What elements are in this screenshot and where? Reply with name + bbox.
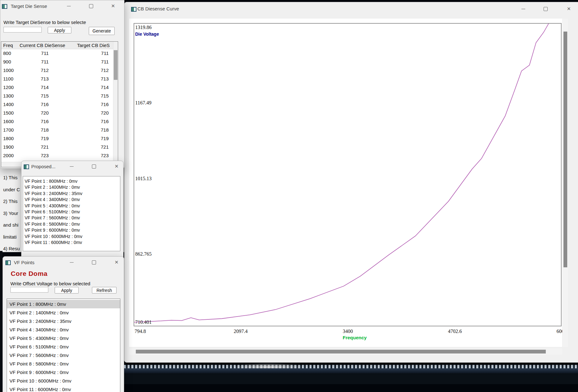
table-row[interactable]: 1400716716: [1, 100, 118, 109]
x-tick-label: 4702.6: [448, 329, 462, 334]
list-item[interactable]: VF Point 11 : 6000MHz : 0mv: [23, 240, 120, 246]
table-cell: 712: [20, 66, 49, 74]
table-vertical-scrollbar-thumb[interactable]: [114, 50, 117, 80]
table-cell: 712: [61, 66, 109, 74]
list-item[interactable]: VF Point 2 : 1400MHz : 0mv: [23, 184, 120, 190]
close-button[interactable]: [111, 258, 122, 266]
chart-horizontal-scrollbar-thumb[interactable]: [136, 350, 546, 353]
list-item[interactable]: VF Point 4 : 3400MHz : 0mv: [23, 197, 120, 203]
list-item[interactable]: VF Point 2 : 1400MHz : 0mv: [7, 308, 120, 317]
list-item[interactable]: VF Point 6 : 5100MHz : 0mv: [23, 209, 120, 215]
chart-vertical-scrollbar[interactable]: [563, 19, 568, 347]
list-item[interactable]: VF Point 10 : 6000MHz : 0mv: [23, 234, 120, 240]
column-header[interactable]: Current CB DieSense: [20, 43, 65, 48]
notes-text-line: 2) This: [3, 199, 18, 204]
vf-window-title: VF Points: [14, 260, 34, 265]
table-row[interactable]: 1600716716: [1, 117, 118, 126]
table-row[interactable]: 1300715715: [1, 92, 118, 100]
generate-button[interactable]: Generate: [89, 27, 115, 35]
table-cell: 723: [61, 151, 109, 160]
table-cell: 716: [61, 117, 109, 126]
table-row[interactable]: 2000723723: [1, 151, 118, 160]
table-row[interactable]: 1100713713: [1, 74, 118, 83]
list-item[interactable]: VF Point 7 : 5600MHz : 0mv: [7, 351, 120, 359]
minimize-button[interactable]: [63, 2, 74, 10]
table-row[interactable]: 1900721721: [1, 143, 118, 151]
table-cell: 720: [20, 109, 49, 117]
table-row[interactable]: 1500720720: [1, 109, 118, 117]
table-row[interactable]: 1800719719: [1, 134, 118, 143]
list-item[interactable]: VF Point 4 : 3400MHz : 0mv: [7, 325, 120, 334]
list-item[interactable]: VF Point 11 : 6000MHz : 0mv: [7, 385, 120, 392]
table-cell: 2000: [3, 151, 14, 160]
y-tick-label: 1015.13: [135, 176, 152, 181]
table-cell: 714: [61, 83, 109, 92]
close-button[interactable]: [563, 5, 574, 13]
offset-voltage-input[interactable]: [10, 287, 48, 293]
table-row[interactable]: 1700718718: [1, 126, 118, 134]
maximize-button[interactable]: [88, 258, 99, 266]
vf-titlebar[interactable]: VF Points: [3, 257, 124, 268]
list-item[interactable]: VF Point 1 : 800MHz : 0mv: [7, 300, 120, 308]
target-titlebar[interactable]: Target Die Sense: [0, 0, 124, 12]
list-item[interactable]: VF Point 5 : 4300MHz : 0mv: [23, 203, 120, 209]
proposed-window-title: Proposed...: [31, 164, 56, 169]
list-item[interactable]: VF Point 7 : 5600MHz : 0mv: [23, 215, 120, 221]
y-tick-label: 1319.86: [135, 25, 152, 30]
core-domain-heading: Core Doma: [11, 270, 48, 277]
table-cell: 719: [61, 134, 109, 143]
table-cell: 1400: [3, 100, 14, 109]
list-item[interactable]: VF Point 6 : 5100MHz : 0mv: [7, 342, 120, 351]
maximize-button[interactable]: [86, 2, 96, 10]
list-item[interactable]: VF Point 3 : 2400MHz : 35mv: [23, 191, 120, 197]
table-cell: 716: [20, 100, 49, 109]
table-cell: 715: [20, 92, 49, 100]
table-cell: 1600: [3, 117, 14, 126]
column-header[interactable]: Target CB DieS: [77, 43, 110, 48]
cb-titlebar[interactable]: CB Diesense Curve: [124, 2, 578, 14]
refresh-button[interactable]: Refresh: [92, 287, 117, 294]
list-item[interactable]: VF Point 8 : 5800MHz : 0mv: [7, 359, 120, 368]
list-item[interactable]: VF Point 1 : 800MHz : 0mv: [23, 178, 120, 184]
close-button[interactable]: [108, 2, 118, 10]
apply-button[interactable]: Apply: [48, 27, 71, 33]
maximize-button[interactable]: [88, 162, 99, 170]
list-item[interactable]: VF Point 9 : 6000MHz : 0mv: [7, 368, 120, 377]
minimize-button[interactable]: [66, 162, 77, 170]
table-row[interactable]: 1000712712: [1, 66, 118, 74]
proposed-window: Proposed... VF Point 1 : 800MHz : 0mvVF …: [21, 161, 123, 257]
list-item[interactable]: VF Point 8 : 5800MHz : 0mv: [23, 221, 120, 227]
target-diesense-input[interactable]: [3, 27, 42, 33]
table-cell: 1800: [3, 134, 14, 143]
table-cell: 716: [61, 100, 109, 109]
maximize-button[interactable]: [540, 5, 551, 13]
close-button[interactable]: [111, 162, 122, 170]
target-window-title: Target Die Sense: [11, 3, 47, 9]
table-row[interactable]: 1200714714: [1, 83, 118, 92]
y-tick-label: 862.765: [135, 251, 152, 257]
list-item[interactable]: VF Point 9 : 6000MHz : 0mv: [23, 227, 120, 233]
cb-diesense-curve-window: CB Diesense Curve 1319.861167.491015.138…: [124, 2, 578, 363]
wallpaper-led-strip: [124, 365, 578, 368]
table-cell: 1200: [3, 83, 14, 92]
table-cell: 719: [20, 134, 49, 143]
chart-horizontal-scrollbar[interactable]: [129, 348, 562, 355]
list-item[interactable]: VF Point 5 : 4300MHz : 0mv: [7, 334, 120, 342]
minimize-icon: [521, 9, 525, 9]
minimize-button[interactable]: [518, 5, 529, 13]
list-item[interactable]: VF Point 10 : 6000MHz : 0mv: [7, 377, 120, 385]
table-cell: 711: [20, 57, 49, 66]
table-vertical-scrollbar[interactable]: [113, 42, 118, 167]
minimize-icon: [70, 166, 74, 167]
vf-point-list[interactable]: VF Point 1 : 800MHz : 0mvVF Point 2 : 14…: [7, 299, 120, 392]
proposed-titlebar[interactable]: Proposed...: [21, 161, 123, 172]
vf-points-window: VF Points Core Doma Write Offset Voltage…: [3, 256, 124, 392]
table-row[interactable]: 800711711: [1, 49, 118, 57]
table-row[interactable]: 900711711: [1, 57, 118, 66]
minimize-button[interactable]: [66, 258, 77, 266]
column-header[interactable]: Freq: [3, 43, 13, 48]
apply-button[interactable]: Apply: [55, 287, 79, 294]
proposed-vf-point-list[interactable]: VF Point 1 : 800MHz : 0mvVF Point 2 : 14…: [23, 176, 120, 251]
chart-vertical-scrollbar-thumb[interactable]: [563, 32, 567, 267]
list-item[interactable]: VF Point 3 : 2400MHz : 35mv: [7, 317, 120, 325]
